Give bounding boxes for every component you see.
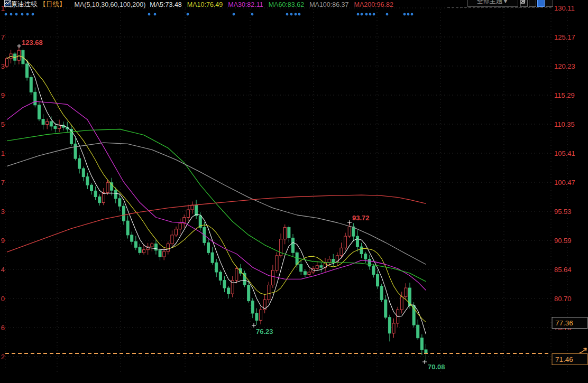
candle-body (247, 285, 250, 301)
axis-price-label: 130.11 (554, 4, 575, 12)
candle-body (340, 248, 343, 255)
candle-body (380, 286, 383, 300)
event-dot[interactable] (5, 13, 7, 16)
candle-body (102, 193, 105, 203)
candle-down (380, 284, 383, 302)
axis-price-label-partial: 7 (1, 33, 5, 41)
event-dot[interactable] (286, 13, 289, 16)
axis-price-label-partial: 0 (1, 295, 5, 303)
event-dot[interactable] (10, 13, 13, 16)
axis-price-label: 105.41 (554, 150, 575, 157)
event-dot[interactable] (148, 13, 151, 16)
event-dot[interactable] (15, 13, 18, 16)
event-dot[interactable] (154, 13, 157, 16)
candle-body (352, 227, 355, 236)
candle-body (320, 266, 323, 267)
ma-value: MA60:83.62 (269, 1, 304, 8)
candle-body (405, 288, 407, 297)
event-dot[interactable] (26, 13, 29, 16)
axis-price-label: 125.17 (554, 33, 575, 41)
candle-body (271, 270, 274, 285)
price-tag: 71.46 (552, 354, 587, 365)
axis-price-label: 90.59 (554, 237, 572, 245)
chart-toolbar (520, 0, 554, 7)
candle-body (94, 191, 97, 197)
theme-dropdown-label: 全部主题▼ (477, 0, 509, 6)
candle-body (46, 122, 49, 125)
candle-body (167, 244, 169, 251)
candle-body (38, 105, 40, 119)
ma-group-label: MA(5,10,30,60,100,200) (75, 1, 146, 8)
theme-dropdown-button[interactable]: 全部主题▼ (467, 0, 518, 7)
candle-body (275, 256, 278, 270)
pane-play-icon[interactable] (537, 0, 545, 7)
event-dot[interactable] (373, 13, 375, 16)
event-dot[interactable] (407, 13, 410, 16)
event-dot[interactable] (357, 13, 360, 16)
ma-values-list: MA5:73.48MA10:76.49MA30:82.11MA60:83.62M… (150, 1, 399, 8)
axis-price-label: 100.47 (554, 179, 575, 186)
candle-body (175, 229, 178, 235)
candle-body (154, 244, 157, 250)
axis-price-label: 115.29 (554, 91, 575, 99)
candle-down (30, 75, 32, 95)
ma-value: MA5:73.48 (150, 1, 181, 8)
candle-body (251, 301, 254, 313)
candle-body (283, 227, 286, 239)
candle-body (255, 313, 258, 320)
candle-body (179, 223, 181, 229)
pane-export-icon[interactable] (529, 0, 536, 7)
candle-body (296, 253, 298, 264)
event-dot[interactable] (365, 13, 368, 16)
candle-body (6, 59, 8, 66)
event-dot[interactable] (32, 13, 34, 16)
ma-value: MA10:76.49 (187, 1, 223, 8)
event-dot[interactable] (251, 13, 254, 16)
event-dot[interactable] (295, 13, 297, 16)
candle-body (384, 300, 387, 317)
candle-body (360, 247, 363, 254)
event-dot[interactable] (233, 13, 235, 16)
axis-price-label-partial: 3 (1, 62, 5, 70)
candle-body (78, 158, 81, 169)
event-dot[interactable] (386, 13, 389, 16)
event-dot[interactable] (369, 13, 372, 16)
annotation-label: 93.72 (352, 214, 370, 222)
period-label[interactable]: 【日线】 (40, 0, 66, 9)
axis-price-label-partial: 1 (1, 150, 5, 157)
candle-body (207, 242, 210, 253)
candle-body (364, 254, 367, 259)
candle-body (328, 259, 330, 263)
event-dot[interactable] (21, 13, 24, 16)
candle-body (187, 210, 189, 217)
candle-body (215, 263, 218, 272)
annotation-label: 70.08 (428, 363, 445, 371)
candle-body (211, 253, 214, 263)
event-dot[interactable] (290, 13, 293, 16)
candle-body (17, 50, 20, 60)
candle-body (368, 259, 371, 266)
candle-body (409, 288, 411, 305)
candle-body (90, 185, 93, 191)
axis-price-label-partial: 3 (1, 208, 5, 216)
candle-body (219, 272, 222, 281)
candle-body (126, 221, 129, 235)
candle-body (118, 199, 121, 206)
candle-body (143, 250, 145, 253)
event-dot[interactable] (361, 13, 363, 16)
event-dot[interactable] (298, 13, 301, 16)
candle-body (356, 236, 359, 247)
event-dot[interactable] (403, 13, 406, 16)
candle-body (106, 183, 109, 193)
candle-up (268, 282, 270, 303)
candlestick-chart[interactable]: 123.6893.7276.2370.08130.11125.17120.231… (0, 0, 588, 383)
event-dot[interactable] (411, 13, 414, 16)
candle-body (300, 265, 302, 272)
pane-window-icon[interactable] (546, 0, 553, 7)
ma-value: MA100:86.37 (309, 1, 348, 8)
candle-down (243, 270, 246, 287)
candle-body (82, 169, 85, 177)
event-dot[interactable] (187, 13, 189, 16)
candle-body (26, 64, 29, 78)
axis-price-label-partial: 2 (1, 353, 5, 361)
